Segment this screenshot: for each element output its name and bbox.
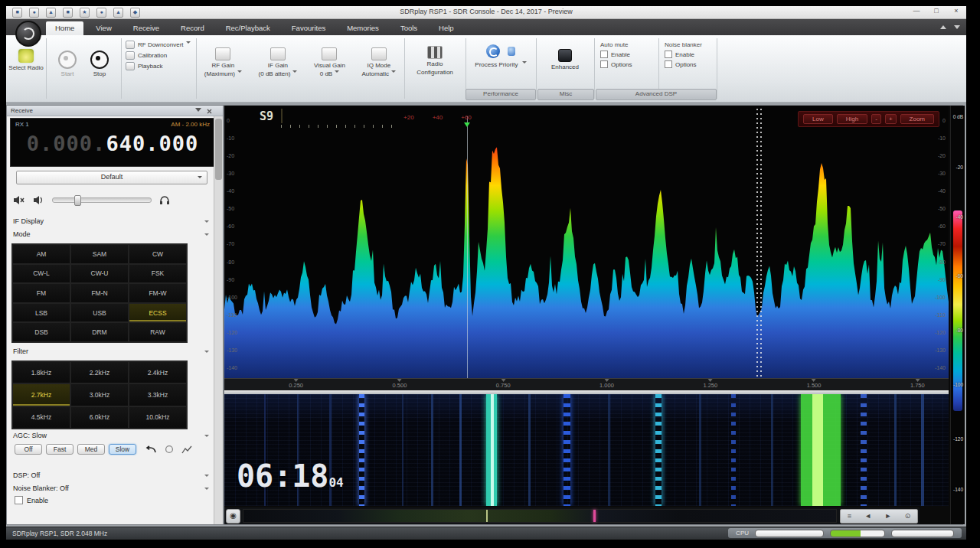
playback-button[interactable]: Playback [126,62,196,70]
mute-icon[interactable] [13,195,25,205]
filter-button-1-8khz[interactable]: 1.8kHz [12,361,70,383]
history-list-icon[interactable]: ≡ [848,510,851,522]
history-band[interactable] [243,509,837,523]
frequency-axis[interactable]: 0.2500.5000.7501.0001.2501.5001.750 [224,378,949,391]
mode-button-fm-n[interactable]: FM-N [70,283,129,303]
history-prev-icon[interactable]: ◄ [864,510,871,522]
panel-scrollbar[interactable] [214,116,223,524]
ribbon-tab-home[interactable]: Home [46,21,83,35]
auto-mute-options[interactable]: Options [600,60,658,68]
undo-icon[interactable] [145,445,157,454]
filter-button-3-3khz[interactable]: 3.3kHz [129,383,187,406]
waterfall-panel[interactable]: 06:1804 [224,394,949,506]
ribbon-tab-memories[interactable]: Memories [338,21,388,35]
agc-fast-button[interactable]: Fast [46,444,74,455]
filter-button-2-7khz[interactable]: 2.7kHz [12,383,70,406]
filter-header[interactable]: Filter [13,347,209,357]
collapse-ribbon-icon[interactable] [940,22,946,29]
calibration-button[interactable]: Calibration [126,51,196,60]
noise-blanker-options[interactable]: Options [665,60,717,68]
maximize-button[interactable]: □ [931,7,942,15]
mode-button-ecss[interactable]: ECSS [129,303,187,323]
noise-blanker-options-checkbox[interactable] [665,60,672,68]
agc-slow-button[interactable]: Slow [109,444,136,455]
volume-bar[interactable] [891,530,954,537]
mode-button-fm[interactable]: FM [12,283,70,303]
mode-button-fm-w[interactable]: FM-W [129,283,187,303]
mode-button-fsk[interactable]: FSK [129,264,187,284]
ribbon-tab-record[interactable]: Record [172,21,214,35]
pane-close-icon[interactable] [207,109,212,114]
filter-button-6-0khz[interactable]: 6.0kHz [70,406,129,429]
spectrum-high-button[interactable]: High [837,114,867,124]
visual-gain-button[interactable]: Visual Gain 0 dB [314,43,345,77]
ribbon-tab-rec-playback[interactable]: Rec/Playback [217,21,279,35]
mode-button-drm[interactable]: DRM [70,322,129,342]
select-radio-button[interactable]: Select Radio [6,44,46,71]
priority-help-icon[interactable] [508,47,515,56]
stop-button[interactable]: Stop [90,46,109,77]
filter-button-10-0khz[interactable]: 10.0kHz [129,406,187,429]
ribbon-tab-favourites[interactable]: Favourites [283,21,335,35]
pane-menu-icon[interactable] [195,108,201,115]
filter-button-4-5khz[interactable]: 4.5kHz [12,406,70,429]
history-target-icon[interactable]: ⊙ [905,510,911,522]
enable-row[interactable]: Enable [15,496,48,504]
mode-button-cw[interactable]: CW [129,244,187,264]
receiver-pane-title[interactable]: Receive [7,106,223,116]
palette-colorbar[interactable] [953,210,962,412]
spectrum-low-button[interactable]: Low [803,114,833,124]
spectrum-zoom-out-button[interactable]: - [871,114,881,124]
ribbon-tab-tools[interactable]: Tools [391,21,426,35]
process-priority-icon[interactable] [486,44,500,58]
ribbon-tab-view[interactable]: View [87,21,120,35]
history-next-icon[interactable]: ► [885,510,892,522]
noise-blanker-enable-checkbox[interactable] [665,51,672,58]
mode-button-usb[interactable]: USB [70,303,129,323]
speaker-icon[interactable] [33,195,44,205]
mode-button-dsb[interactable]: DSB [12,322,70,342]
filter-button-2-4khz[interactable]: 2.4kHz [129,361,187,383]
iq-mode-button[interactable]: IQ Mode Automatic [362,43,397,77]
agc-graph-icon[interactable] [181,445,192,454]
noise-blanker-enable[interactable]: Enable [665,51,717,58]
panel-scrollbar-thumb[interactable] [215,119,222,180]
ribbon-tab-help[interactable]: Help [430,21,463,35]
spectrum-panel[interactable]: 0-10-20-30-40-50-60-70-80-90-100-110-120… [224,106,949,378]
tuning-center-line[interactable] [467,116,468,378]
if-display-header[interactable]: IF Display [13,217,209,227]
agc-off-button[interactable]: Off [15,444,42,455]
mode-button-sam[interactable]: SAM [70,244,129,264]
filter-button-2-2khz[interactable]: 2.2kHz [70,361,129,383]
radio-configuration-button[interactable]: Radio Configuration [404,41,466,76]
mode-button-lsb[interactable]: LSB [12,303,70,323]
process-priority-button[interactable]: Process Priority [466,61,536,68]
noise-blanker-header[interactable]: Noise Blanker: Off [13,484,209,494]
audio-output-icon[interactable] [159,195,170,205]
agc-header[interactable]: AGC: Slow [13,432,209,442]
app-menu-button[interactable] [15,21,41,47]
mode-button-cw-u[interactable]: CW-U [70,264,129,284]
enable-checkbox[interactable] [15,496,23,504]
close-button[interactable]: × [951,7,962,15]
spectrum-cursor[interactable] [756,109,758,377]
auto-mute-options-checkbox[interactable] [600,60,608,68]
auto-mute-enable-checkbox[interactable] [600,51,608,58]
mode-header[interactable]: Mode [13,230,209,240]
refresh-icon[interactable] [165,445,174,454]
ribbon-menu-icon[interactable] [954,25,960,32]
ribbon-tab-receive[interactable]: Receive [124,21,168,35]
spectrum-zoom-button[interactable]: Zoom [900,114,934,124]
frequency-display[interactable]: RX 1 AM - 2.00 kHz 0.000.640.000 [10,118,215,167]
mode-button-am[interactable]: AM [12,244,70,264]
start-button[interactable]: Start [58,46,77,77]
preset-dropdown[interactable]: Default [16,171,207,184]
downconvert-button[interactable]: RF Downconvert [126,41,196,49]
if-gain-button[interactable]: IF Gain (0 dB atten) [259,43,298,77]
rf-gain-button[interactable]: RF Gain (Maximum) [204,43,242,77]
enhanced-button[interactable]: Enhanced [536,44,594,70]
filter-button-3-0khz[interactable]: 3.0kHz [70,383,129,406]
volume-slider[interactable] [52,197,152,203]
auto-mute-enable[interactable]: Enable [600,51,658,58]
minimize-button[interactable]: — [911,7,922,15]
